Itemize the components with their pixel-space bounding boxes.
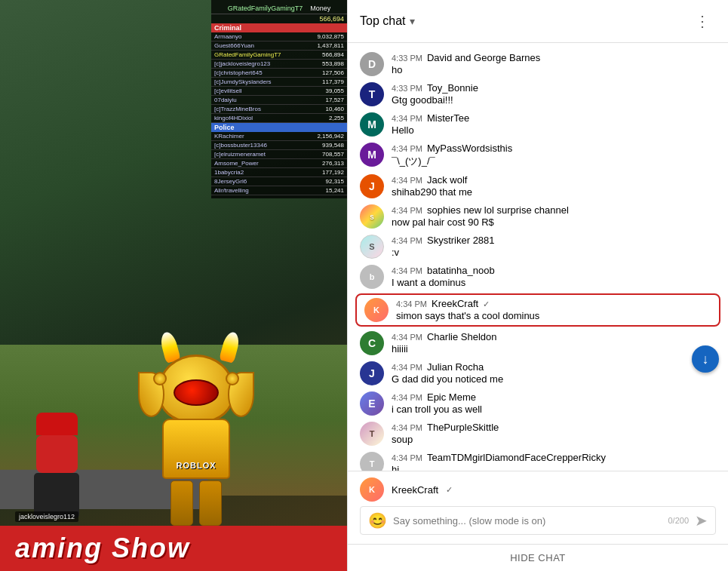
chat-messages[interactable]: D 4:33 PM David and George Barnes ho T 4… — [348, 43, 728, 471]
msg-content: 4:34 PM MisterTee Hello — [392, 112, 716, 136]
scoreboard-money-value: 566,694 — [211, 14, 347, 23]
banner-text: aming Show — [15, 533, 190, 564]
msg-content: 4:34 PM Julian Rocha G dad did you notic… — [392, 361, 716, 385]
msg-time: 4:33 PM — [392, 54, 422, 63]
chat-message: T 4:34 PM ThePurpleSkittle soup — [348, 419, 728, 449]
send-button[interactable]: ➤ — [695, 511, 708, 530]
msg-time: 4:34 PM — [392, 266, 422, 275]
chat-more-button[interactable]: ⋮ — [689, 9, 716, 33]
msg-text: shihab290 that me — [392, 186, 716, 198]
chat-dropdown-button[interactable]: ▾ — [410, 15, 415, 27]
msg-text: i can troll you as well — [392, 404, 716, 415]
msg-author: MisterTee — [427, 112, 469, 124]
score-row: [c]evilitsell39,055 — [211, 87, 347, 96]
msg-text: G dad did you noticed me — [392, 373, 716, 385]
msg-header: 4:34 PM MyPassWordsisthis — [392, 143, 716, 154]
input-user-avatar: K — [360, 477, 384, 502]
avatar: J — [360, 174, 384, 198]
msg-header: 4:34 PM Julian Rocha — [392, 361, 716, 373]
score-row: 07daiyiu17,527 — [211, 96, 347, 105]
msg-author: TeamTDMgirlDiamondFaceCrepperRicky — [427, 452, 606, 463]
msg-content: 4:34 PM Skystriker 2881 :v — [392, 235, 716, 258]
msg-content: 4:34 PM Epic Meme i can troll you as wel… — [392, 391, 716, 415]
msg-author: MyPassWordsisthis — [427, 143, 512, 154]
score-row: [c]jackloveislegro123553,898 — [211, 60, 347, 69]
chat-panel: Top chat ▾ ⋮ D 4:33 PM David and George … — [347, 0, 728, 571]
msg-time: 4:34 PM — [396, 299, 427, 309]
msg-time: 4:34 PM — [392, 176, 422, 185]
chat-message: b 4:34 PM batatinha_noob I want a dominu… — [348, 262, 728, 292]
chat-message: S 4:34 PM Skystriker 2881 :v — [348, 232, 728, 262]
msg-time: 4:34 PM — [392, 236, 422, 245]
chat-message: s 4:34 PM sophies new lol surprise chann… — [348, 201, 728, 232]
score-row: kingof4HDixiol2,255 — [211, 114, 347, 123]
msg-text: Gtg goodbai!!! — [392, 94, 716, 106]
character-red — [23, 413, 91, 526]
msg-text: ¯\_(ツ)_/¯ — [392, 155, 716, 168]
msg-content: 4:34 PM sophies new lol surprise channel… — [392, 204, 716, 228]
chat-message: J 4:34 PM Julian Rocha G dad did you not… — [348, 358, 728, 388]
msg-text: simon says that's a cool dominus — [396, 310, 711, 321]
emoji-button[interactable]: 😊 — [368, 511, 387, 530]
scoreboard-player-name: GRatedFamilyGamingT7 — [228, 5, 303, 12]
avatar: T — [360, 422, 384, 446]
avatar: b — [360, 265, 384, 289]
msg-header: 4:34 PM ThePurpleSkittle — [392, 422, 716, 433]
chat-message: M 4:34 PM MisterTee Hello — [348, 109, 728, 140]
chat-message: C 4:34 PM Charlie Sheldon hiiiii — [348, 328, 728, 358]
score-row: Amsome_Power276,313 — [211, 159, 347, 168]
msg-text: hiiiii — [392, 343, 716, 355]
msg-header: 4:34 PM Charlie Sheldon — [392, 331, 716, 342]
msg-header: 4:34 PM Epic Meme — [392, 391, 716, 403]
team-criminal-label: Criminal — [211, 23, 347, 32]
msg-author: Toy_Bonnie — [427, 82, 478, 94]
msg-content: 4:34 PM Charlie Sheldon hiiiii — [392, 331, 716, 355]
avatar: D — [360, 52, 384, 76]
chat-message: D 4:33 PM David and George Barnes ho — [348, 49, 728, 79]
chat-user-row: K KreekCraft ✓ — [360, 477, 716, 502]
msg-time: 4:34 PM — [392, 393, 422, 402]
chat-header: Top chat ▾ ⋮ — [348, 0, 728, 43]
avatar: J — [360, 361, 384, 385]
chat-input-row: 😊 0/200 ➤ — [360, 506, 716, 535]
scroll-to-bottom-button[interactable]: ↓ — [692, 345, 719, 373]
chat-body-wrapper: D 4:33 PM David and George Barnes ho T 4… — [348, 43, 728, 471]
score-row: GRatedFamilyGamingT7566,894 — [211, 51, 347, 60]
video-panel: ROBLOX GRatedFamilyGamingT7 Money 566,69… — [0, 0, 347, 571]
input-user-verified: ✓ — [446, 485, 453, 495]
avatar: s — [360, 204, 384, 229]
msg-content: 4:34 PM batatinha_noob I want a dominus — [392, 265, 716, 288]
score-row: 8JerseyGrl692,315 — [211, 177, 347, 186]
hide-chat-button[interactable]: HIDE CHAT — [348, 544, 728, 571]
msg-text: soup — [392, 434, 716, 445]
msg-author: Charlie Sheldon — [427, 331, 497, 342]
msg-author: ThePurpleSkittle — [427, 422, 499, 433]
bottom-banner: aming Show — [0, 526, 347, 571]
scroll-down-icon: ↓ — [702, 352, 709, 367]
avatar: S — [360, 235, 384, 259]
score-row: [c]TrazzMineBros10,460 — [211, 105, 347, 114]
msg-header: 4:34 PM MisterTee — [392, 112, 716, 124]
avatar: K — [364, 298, 389, 322]
team-police-label: Police — [211, 123, 347, 132]
msg-header: 4:33 PM Toy_Bonnie — [392, 82, 716, 94]
character-main: ROBLOX — [128, 262, 264, 526]
msg-text: ho — [392, 64, 716, 75]
msg-content: 4:34 PM MyPassWordsisthis ¯\_(ツ)_/¯ — [392, 143, 716, 168]
msg-author: David and George Barnes — [427, 52, 540, 63]
msg-time: 4:34 PM — [392, 333, 422, 342]
chat-text-input[interactable] — [393, 515, 662, 526]
msg-header: 4:34 PM Jack wolf — [392, 174, 716, 186]
msg-text: hi — [392, 464, 716, 471]
msg-author: Jack wolf — [427, 174, 467, 186]
avatar: E — [360, 391, 384, 416]
msg-time: 4:34 PM — [392, 453, 422, 462]
avatar: C — [360, 331, 384, 355]
msg-content: 4:34 PM KreekCraft ✓ simon says that's a… — [396, 298, 711, 321]
msg-header: 4:34 PM Skystriker 2881 — [392, 235, 716, 246]
chat-message-highlighted: K 4:34 PM KreekCraft ✓ simon says that's… — [355, 293, 720, 327]
msg-time: 4:34 PM — [392, 144, 422, 153]
msg-content: 4:33 PM Toy_Bonnie Gtg goodbai!!! — [392, 82, 716, 106]
video-background: ROBLOX GRatedFamilyGamingT7 Money 566,69… — [0, 0, 347, 571]
chat-message: M 4:34 PM MyPassWordsisthis ¯\_(ツ)_/¯ — [348, 140, 728, 171]
